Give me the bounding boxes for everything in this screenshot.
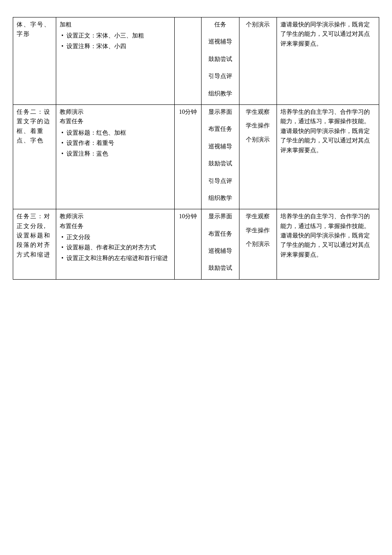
activity-group: 巡视辅导	[205, 37, 235, 46]
student-label: 个别演示	[243, 20, 273, 29]
activity-group: 巡视辅导	[205, 142, 235, 151]
main-table-container: 体、字号、字形 加粗 设置正文：宋体、小三、加粗 设置注释：宋体、小四 任务 巡…	[13, 17, 379, 280]
content-intro-2b: 布置任务	[60, 117, 171, 126]
activity-group: 巡视辅导	[205, 246, 235, 256]
activity-group: 鼓励尝试	[205, 263, 235, 273]
activity-label: 显示界面	[205, 107, 235, 117]
student-cell-2: 学生观察 学生操作 个别演示	[239, 104, 277, 209]
bullet-item: 设置正文：宋体、小三、加粗	[60, 31, 171, 40]
purpose-text-2: 培养学生的自主学习、合作学习的能力，通过练习，掌握操作技能。邀请最快的同学演示操…	[280, 109, 370, 153]
task-cell-2: 任务二：设置文字的边框、着重点、字色	[13, 104, 56, 209]
purpose-cell-3: 培养学生的自主学习、合作学习的能力，通过练习，掌握操作技能。邀请最快的同学演示操…	[277, 209, 379, 280]
bullet-list-1: 设置正文：宋体、小三、加粗 设置注释：宋体、小四	[60, 31, 171, 51]
student-label: 学生观察	[243, 212, 273, 221]
bullet-item: 正文分段	[60, 233, 171, 242]
content-cell-3: 教师演示 布置任务 正文分段 设置标题、作者和正文的对齐方式 设置正文和注释的左…	[56, 209, 175, 280]
activity-label: 巡视辅导	[205, 246, 235, 256]
task-label-3: 任务三：对正文分段,设置标题和段落的对齐方式和缩进	[17, 213, 51, 258]
activity-label: 引导点评	[205, 72, 235, 81]
time-cell-3: 10分钟	[174, 209, 201, 280]
content-intro-3b: 布置任务	[60, 222, 171, 231]
content-intro-3: 教师演示	[60, 212, 171, 221]
purpose-cell-2: 培养学生的自主学习、合作学习的能力，通过练习，掌握操作技能。邀请最快的同学演示操…	[277, 104, 379, 209]
task-label-2: 任务二：设置文字的边框、着重点、字色	[17, 109, 51, 144]
student-cell-1: 个别演示	[239, 17, 277, 105]
bullet-item: 设置作者：着重号	[60, 139, 171, 148]
time-cell-2: 10分钟	[174, 104, 201, 209]
activity-group: 鼓励尝试	[205, 55, 235, 64]
purpose-text-3: 培养学生的自主学习、合作学习的能力，通过练习，掌握操作技能。邀请最快的同学演示操…	[280, 213, 370, 258]
bullet-item: 设置注释：蓝色	[60, 149, 171, 159]
student-label: 个别演示	[243, 240, 273, 249]
purpose-cell-1: 邀请最快的同学演示操作，既肯定了学生的能力，又可以通过对其点评来掌握要点。	[277, 17, 379, 105]
content-intro-2: 教师演示	[60, 107, 171, 117]
activity-label: 引导点评	[205, 176, 235, 186]
time-label-3: 10分钟	[179, 213, 197, 220]
bullet-item: 设置注释：宋体、小四	[60, 42, 171, 51]
activity-group: 引导点评	[205, 72, 235, 81]
activity-group: 布置任务	[205, 124, 235, 134]
bullet-item: 设置标题、作者和正文的对齐方式	[60, 243, 171, 252]
activity-label: 鼓励尝试	[205, 55, 235, 64]
activity-label: 巡视辅导	[205, 142, 235, 151]
activity-group: 显示界面	[205, 107, 235, 117]
content-cell-1: 加粗 设置正文：宋体、小三、加粗 设置注释：宋体、小四	[56, 17, 175, 105]
activity-cell-1: 任务 巡视辅导 鼓励尝试 引导点评 组织教学	[202, 17, 239, 105]
time-cell-1	[174, 17, 201, 105]
activity-group: 组织教学	[205, 89, 235, 98]
activity-label: 鼓励尝试	[205, 159, 235, 168]
time-label-2: 10分钟	[179, 109, 197, 115]
activity-label: 布置任务	[205, 124, 235, 134]
task-cell-3: 任务三：对正文分段,设置标题和段落的对齐方式和缩进	[13, 209, 56, 280]
activity-cell-2: 显示界面 布置任务 巡视辅导 鼓励尝试 引导点评	[202, 104, 239, 209]
activity-label: 任务	[205, 20, 235, 29]
student-label: 个别演示	[243, 135, 273, 145]
activity-label: 布置任务	[205, 229, 235, 239]
activity-cell-3: 显示界面 布置任务 巡视辅导 鼓励尝试	[202, 209, 239, 280]
student-label: 学生操作	[243, 121, 273, 130]
bullet-item: 设置正文和注释的左右缩进和首行缩进	[60, 254, 171, 263]
table-row: 任务二：设置文字的边框、着重点、字色 教师演示 布置任务 设置标题：红色、加框 …	[13, 104, 379, 209]
activity-group: 显示界面	[205, 212, 235, 221]
activity-group: 任务	[205, 20, 235, 29]
content-intro-1: 加粗	[60, 20, 171, 29]
bullet-item: 设置标题：红色、加框	[60, 128, 171, 138]
table-row: 任务三：对正文分段,设置标题和段落的对齐方式和缩进 教师演示 布置任务 正文分段…	[13, 209, 379, 280]
purpose-text-1: 邀请最快的同学演示操作，既肯定了学生的能力，又可以通过对其点评来掌握要点。	[280, 21, 370, 47]
task-cell-1: 体、字号、字形	[13, 17, 56, 105]
lesson-plan-table: 体、字号、字形 加粗 设置正文：宋体、小三、加粗 设置注释：宋体、小四 任务 巡…	[13, 17, 379, 280]
activity-label: 巡视辅导	[205, 37, 235, 46]
activity-group: 引导点评	[205, 176, 235, 186]
student-label: 学生操作	[243, 226, 273, 235]
activity-label: 显示界面	[205, 212, 235, 221]
bullet-list-3: 正文分段 设置标题、作者和正文的对齐方式 设置正文和注释的左右缩进和首行缩进	[60, 233, 171, 263]
student-cell-3: 学生观察 学生操作 个别演示	[239, 209, 277, 280]
activity-group: 组织教学	[205, 194, 235, 203]
activity-group: 布置任务	[205, 229, 235, 239]
activity-group: 鼓励尝试	[205, 159, 235, 168]
task-label-1: 体、字号、字形	[17, 21, 51, 37]
activity-label: 鼓励尝试	[205, 263, 235, 273]
student-label: 学生观察	[243, 107, 273, 117]
activity-label: 组织教学	[205, 89, 235, 98]
activity-label: 组织教学	[205, 194, 235, 203]
table-row: 体、字号、字形 加粗 设置正文：宋体、小三、加粗 设置注释：宋体、小四 任务 巡…	[13, 17, 379, 105]
content-cell-2: 教师演示 布置任务 设置标题：红色、加框 设置作者：着重号 设置注释：蓝色	[56, 104, 175, 209]
bullet-list-2: 设置标题：红色、加框 设置作者：着重号 设置注释：蓝色	[60, 128, 171, 159]
